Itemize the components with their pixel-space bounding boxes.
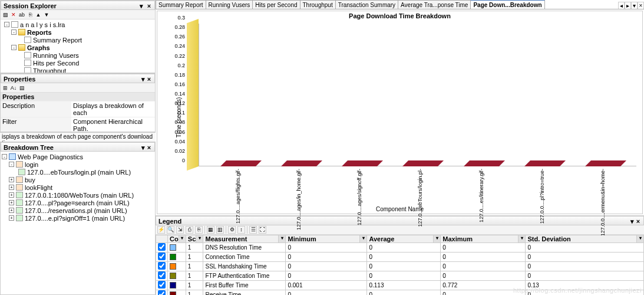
legend-checkbox[interactable] [158,271,166,279]
pin-icon[interactable]: ▾ [629,217,635,226]
dropdown-icon[interactable]: ▾ [433,235,440,242]
tx-login[interactable]: login [25,161,38,168]
rename-icon[interactable]: ab [18,11,25,18]
expander[interactable]: - [9,162,14,167]
legend-checkbox-cell[interactable] [156,243,168,253]
legend-color-cell[interactable] [168,262,186,271]
legend-table[interactable]: Co...▾Sc...▾Measurement▾Minimum▾Average▾… [156,235,644,295]
tab-transaction-summary[interactable]: Transaction Summary [335,0,398,9]
legend-color-cell[interactable] [168,253,186,262]
up-icon[interactable]: ▲ [35,11,42,18]
dropdown-icon[interactable]: ▾ [278,235,285,242]
url-node[interactable]: 127.0....e.pl?signOff=1 (main URL) [25,215,125,222]
close-icon[interactable]: × [146,74,152,84]
down-icon[interactable]: ▼ [43,11,50,18]
legend-color-cell[interactable] [168,243,186,253]
tab-running-vusers[interactable]: Running Vusers [206,0,253,9]
graph-node[interactable]: Throughput [33,67,66,73]
legend-row[interactable]: 1Connection Time0000 [156,253,644,262]
expander[interactable]: - [11,30,16,35]
graph-node[interactable]: Running Vusers [33,52,79,59]
dropdown-icon[interactable]: ▾ [196,235,203,242]
expander[interactable]: + [9,192,14,198]
explorer-tree[interactable]: -a n a l y s i s.lra -Reports Summary Re… [1,19,155,73]
url-node[interactable]: 127.0..../reservations.pl (main URL) [25,207,127,214]
legend-checkbox[interactable] [158,243,166,251]
prop-page-icon[interactable]: ▤ [18,84,25,91]
close-icon[interactable]: × [146,1,152,11]
prop-value[interactable]: Component Hierarchical Path. [71,117,155,132]
expander[interactable]: - [11,45,16,50]
legend-checkbox-cell[interactable] [156,262,168,271]
legend-col-header[interactable]: Maximum▾ [441,235,526,243]
legend-checkbox-cell[interactable] [156,253,168,262]
tab-close-icon[interactable]: × [638,2,644,9]
reports-node[interactable]: Reports [27,29,52,36]
print-icon[interactable]: ⎙ [186,226,193,234]
legend-checkbox[interactable] [158,290,166,295]
prop-value[interactable]: Displays a breakdown of each [71,101,155,117]
dropdown-icon[interactable]: ▾ [179,235,186,242]
hide-icon[interactable]: ▥ [216,226,224,234]
session-name[interactable]: a n a l y s i s.lra [20,21,65,28]
breakdown-tree[interactable]: -Web Page Diagnostics -login 127.0....eb… [1,152,155,294]
legend-col-header[interactable]: Std. Deviation▾ [526,235,644,243]
url-node[interactable]: 127.0....pl?page=search (main URL) [25,199,130,206]
legend-col-header[interactable]: Sc...▾ [186,235,203,243]
pin-icon[interactable]: ▾ [138,1,144,11]
copy-icon[interactable]: ⎘ [27,11,34,18]
legend-color-cell[interactable] [168,271,186,281]
copy-icon[interactable]: ⎘ [195,226,203,234]
dropdown-icon[interactable]: ▾ [359,235,366,242]
expand-icon[interactable]: ⛶ [259,226,266,234]
expander[interactable]: + [9,185,14,190]
tx-buy[interactable]: buy [25,176,35,183]
legend-col-header[interactable] [156,235,168,243]
url-node[interactable]: 127.0....ebTours/login.pl (main URL) [27,169,131,176]
legend-row[interactable]: 1FTP Authentication Time0000 [156,271,644,281]
expander[interactable]: - [4,22,9,27]
legend-checkbox-cell[interactable] [156,271,168,281]
legend-checkbox[interactable] [158,253,166,260]
legend-checkbox-cell[interactable] [156,281,168,290]
expander[interactable]: + [9,208,14,213]
legend-color-cell[interactable] [168,281,186,290]
tab-page-breakdown[interactable]: Page Down...Breakdown [470,0,544,9]
config-icon[interactable]: ⚙ [228,226,236,234]
pin-icon[interactable]: ▾ [140,143,146,152]
tab-throughput[interactable]: Throughput [300,0,336,9]
tab-scroll-left-icon[interactable]: ◂ [618,2,625,9]
legend-col-header[interactable]: Measurement▾ [203,235,286,243]
legend-col-header[interactable]: Average▾ [367,235,441,243]
legend-col-header[interactable]: Co...▾ [168,235,186,243]
legend-checkbox[interactable] [158,262,166,270]
show-icon[interactable]: ▦ [207,226,214,234]
graph-node[interactable]: Hits per Second [33,60,79,67]
legend-checkbox[interactable] [158,281,166,289]
legend-row[interactable]: 1SSL Handshaking Time0000 [156,262,644,271]
legend-row[interactable]: 1Receive Time0000 [156,290,644,296]
graphs-node[interactable]: Graphs [27,44,50,51]
legend-checkbox-cell[interactable] [156,290,168,296]
legend-col-header[interactable]: Minimum▾ [286,235,367,243]
categorize-icon[interactable]: ⊞ [2,84,9,91]
expander[interactable]: + [9,200,14,205]
legend-color-cell[interactable] [168,290,186,296]
url-node[interactable]: 127.0.0.1:1080/WebTours (main URL) [25,192,134,199]
find-icon[interactable]: 🔍 [167,226,174,234]
close-icon[interactable]: × [146,143,152,152]
delete-icon[interactable]: ✕ [10,11,17,18]
tab-menu-icon[interactable]: ▾ [631,2,638,9]
sort-icon[interactable]: A↓ [10,84,17,91]
tab-avg-response[interactable]: Average Tra...ponse Time [398,0,471,9]
new-icon[interactable]: ▧ [2,11,9,18]
summary-report-node[interactable]: Summary Report [33,37,82,44]
tx-lookflight[interactable]: lookFlight [25,184,52,191]
properties-grid[interactable]: Properties DescriptionDisplays a breakdo… [1,93,155,132]
legend-row[interactable]: 1DNS Resolution Time0000 [156,243,644,253]
pin-icon[interactable]: ▾ [140,74,146,84]
legend-row[interactable]: 1First Buffer Time0.0010.1130.7720.13 [156,281,644,290]
expander[interactable]: - [2,154,7,159]
export-icon[interactable]: ⇲ [176,226,184,234]
close-icon[interactable]: × [635,217,641,226]
